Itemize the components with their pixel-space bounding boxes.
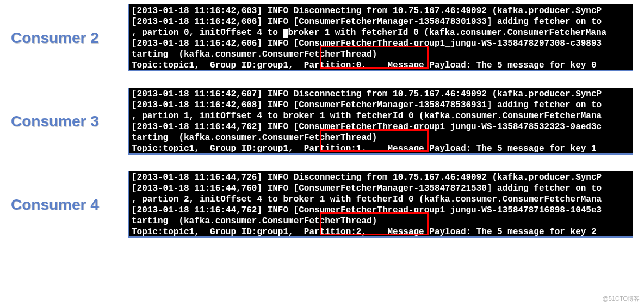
terminal-output[interactable]: [2013-01-18 11:16:42,607] INFO Disconnec… [129,88,633,153]
consumer-label: Consumer 4 [11,196,128,213]
terminal-wrapper: [2013-01-18 11:16:42,603] INFO Disconnec… [128,4,633,71]
terminal-line: [2013-01-18 11:16:42,606] INFO [Consumer… [132,16,631,27]
consumer-block: Consumer 3[2013-01-18 11:16:42,607] INFO… [11,88,633,155]
consumer-block: Consumer 2[2013-01-18 11:16:42,603] INFO… [11,4,633,71]
terminal-line: tarting (kafka.consumer.ConsumerFetcherT… [132,49,631,60]
terminal-line: , partion 2, initOffset 4 to broker 1 wi… [132,194,631,205]
terminal-line: [2013-01-18 11:16:44,726] INFO Disconnec… [132,172,631,183]
terminal-line: [2013-01-18 11:16:44,760] INFO [Consumer… [132,183,631,194]
consumer-label: Consumer 3 [11,113,128,130]
terminal-line: [2013-01-18 11:16:44,762] INFO [Consumer… [132,205,631,216]
terminal-line: tarting (kafka.consumer.ConsumerFetcherT… [132,216,631,227]
terminal-line: Topic:topic1, Group ID:group1, Partition… [132,227,631,236]
terminal-line: tarting (kafka.consumer.ConsumerFetcherT… [132,132,631,143]
terminal-line: [2013-01-18 11:16:42,606] INFO [Consumer… [132,38,631,49]
terminal-text: , partion 0, initOffset 4 to [132,28,283,38]
consumer-terminals-container: Consumer 2[2013-01-18 11:16:42,603] INFO… [11,4,633,238]
watermark-text: @51CTO博客 [603,295,640,303]
terminal-wrapper: [2013-01-18 11:16:44,726] INFO Disconnec… [128,171,633,238]
consumer-block: Consumer 4[2013-01-18 11:16:44,726] INFO… [11,171,633,238]
terminal-line: [2013-01-18 11:16:42,603] INFO Disconnec… [132,5,631,16]
terminal-line: Topic:topic1, Group ID:group1, Partition… [132,143,631,153]
terminal-line: [2013-01-18 11:16:42,608] INFO [Consumer… [132,100,631,111]
terminal-line: , partion 0, initOffset 4 to broker 1 wi… [132,27,631,38]
terminal-line: [2013-01-18 11:16:42,607] INFO Disconnec… [132,89,631,100]
consumer-label: Consumer 2 [11,29,128,47]
terminal-line: Topic:topic1, Group ID:group1, Partition… [132,60,631,70]
terminal-text: broker 1 with fetcherId 0 (kafka.consume… [288,28,606,38]
terminal-wrapper: [2013-01-18 11:16:42,607] INFO Disconnec… [128,88,633,155]
terminal-output[interactable]: [2013-01-18 11:16:44,726] INFO Disconnec… [129,171,633,236]
terminal-line: , partion 1, initOffset 4 to broker 1 wi… [132,111,631,121]
terminal-output[interactable]: [2013-01-18 11:16:42,603] INFO Disconnec… [129,4,633,70]
terminal-line: [2013-01-18 11:16:44,762] INFO [Consumer… [132,121,631,132]
